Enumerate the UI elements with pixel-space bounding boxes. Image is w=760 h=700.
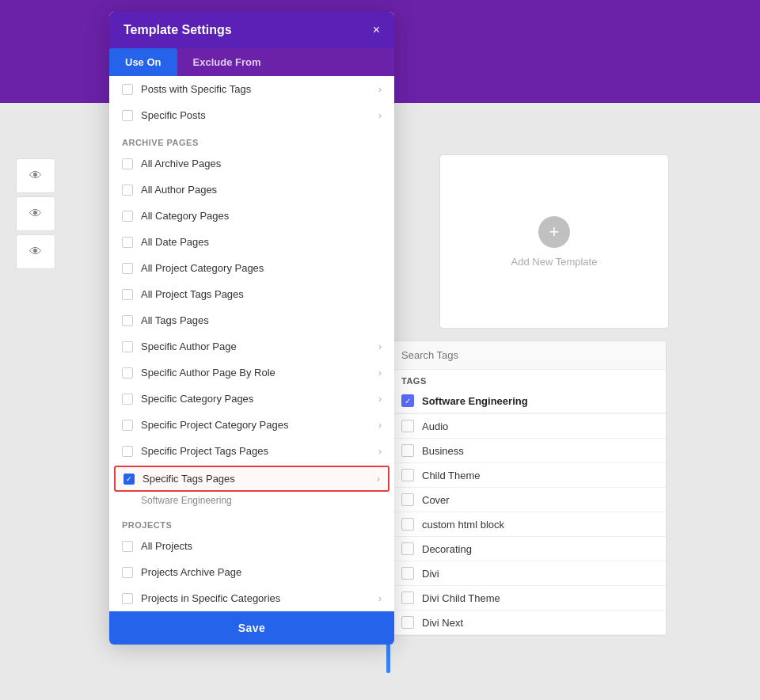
checkbox-specific-project-category[interactable] xyxy=(122,420,133,431)
checkbox-all-tags[interactable] xyxy=(122,315,133,326)
modal-item-all-tags[interactable]: All Tags Pages xyxy=(109,307,394,333)
tag-checkbox-divi[interactable] xyxy=(401,567,414,580)
tag-list-scroll[interactable]: Tags Software Engineering Audio Business… xyxy=(390,370,666,635)
sidebar-eye-btn-2[interactable]: 👁 xyxy=(16,196,55,231)
tag-item-custom-html-block[interactable]: custom html block xyxy=(390,512,666,537)
modal-item-specific-project-category[interactable]: Specific Project Category Pages › xyxy=(109,412,394,438)
label-all-project-tags: All Project Tags Pages xyxy=(141,288,382,300)
tag-checkbox-software-engineering[interactable] xyxy=(401,394,414,407)
add-template-button[interactable]: + xyxy=(538,216,570,248)
tag-item-cover[interactable]: Cover xyxy=(390,488,666,512)
label-all-archive: All Archive Pages xyxy=(141,158,382,169)
tag-label-cover: Cover xyxy=(422,494,450,506)
tag-label-divi-child-theme: Divi Child Theme xyxy=(422,592,500,604)
label-specific-posts: Specific Posts xyxy=(141,109,378,121)
template-settings-modal: Template Settings × Use On Exclude From … xyxy=(109,12,394,645)
label-specific-project-category: Specific Project Category Pages xyxy=(141,419,378,431)
add-template-label: Add New Template xyxy=(511,256,598,268)
tag-label-software-engineering: Software Engineering xyxy=(422,395,528,407)
tag-item-divi-child-theme[interactable]: Divi Child Theme xyxy=(390,586,666,611)
label-specific-tags-pages: Specific Tags Pages xyxy=(142,473,377,485)
tag-item-audio[interactable]: Audio xyxy=(390,414,666,439)
tag-checkbox-decorating[interactable] xyxy=(401,542,414,555)
tag-checkbox-audio[interactable] xyxy=(401,420,414,432)
label-all-author: All Author Pages xyxy=(141,184,382,196)
left-sidebar: 👁 👁 👁 xyxy=(16,158,55,272)
arrow-specific-author: › xyxy=(378,341,382,352)
sidebar-eye-btn-3[interactable]: 👁 xyxy=(16,234,55,269)
label-all-project-category: All Project Category Pages xyxy=(141,262,382,274)
arrow-specific-project-tags: › xyxy=(378,446,382,457)
checkbox-specific-author-role[interactable] xyxy=(122,367,133,379)
tag-label-decorating: Decorating xyxy=(422,543,472,555)
checkbox-all-archive[interactable] xyxy=(122,158,133,169)
checkbox-specific-project-tags[interactable] xyxy=(122,446,133,457)
modal-item-all-project-category[interactable]: All Project Category Pages xyxy=(109,255,394,281)
checkbox-posts-specific-tags[interactable] xyxy=(122,84,133,95)
archive-section-label: Archive Pages xyxy=(109,128,394,150)
tag-panel: Tags Software Engineering Audio Business… xyxy=(390,340,667,636)
specific-tags-sub-label: Software Engineering xyxy=(109,493,394,511)
sidebar-eye-btn-1[interactable]: 👁 xyxy=(16,158,55,193)
tag-checkbox-child-theme[interactable] xyxy=(401,469,414,481)
tag-checkbox-business[interactable] xyxy=(401,444,414,457)
label-specific-project-tags: Specific Project Tags Pages xyxy=(141,445,378,457)
tag-item-software-engineering[interactable]: Software Engineering xyxy=(390,389,666,413)
tag-checkbox-divi-next[interactable] xyxy=(401,616,414,629)
checkbox-all-author[interactable] xyxy=(122,185,133,196)
modal-item-specific-tags-pages[interactable]: Specific Tags Pages › xyxy=(114,466,390,492)
label-all-projects: All Projects xyxy=(141,540,382,552)
arrow-specific-tags-pages: › xyxy=(377,474,380,485)
arrow-projects-specific-categories: › xyxy=(378,593,382,604)
modal-item-all-category[interactable]: All Category Pages xyxy=(109,203,394,229)
modal-item-all-author[interactable]: All Author Pages xyxy=(109,177,394,203)
checkbox-all-project-category[interactable] xyxy=(122,263,133,274)
tag-label-divi: Divi xyxy=(422,568,439,580)
tag-item-divi-next[interactable]: Divi Next xyxy=(390,611,666,635)
checkbox-specific-author[interactable] xyxy=(122,341,133,352)
modal-item-specific-author-role[interactable]: Specific Author Page By Role › xyxy=(109,360,394,386)
checkbox-all-project-tags[interactable] xyxy=(122,289,133,300)
checkbox-all-date[interactable] xyxy=(122,237,133,248)
label-posts-specific-tags: Posts with Specific Tags xyxy=(141,83,378,95)
modal-item-posts-specific-tags[interactable]: Posts with Specific Tags › xyxy=(109,76,394,102)
tag-checkbox-divi-child-theme[interactable] xyxy=(401,592,414,604)
checkbox-projects-archive[interactable] xyxy=(122,567,133,578)
search-tags-input[interactable] xyxy=(390,341,666,370)
checkbox-specific-category[interactable] xyxy=(122,394,133,405)
tag-item-business[interactable]: Business xyxy=(390,439,666,463)
modal-close-button[interactable]: × xyxy=(373,24,380,36)
modal-item-specific-author[interactable]: Specific Author Page › xyxy=(109,333,394,360)
modal-item-projects-specific-categories[interactable]: Projects in Specific Categories › xyxy=(109,585,394,611)
arrow-specific-project-category: › xyxy=(378,420,382,431)
arrow-specific-author-role: › xyxy=(378,367,382,379)
modal-item-all-date[interactable]: All Date Pages xyxy=(109,229,394,255)
modal-item-all-project-tags[interactable]: All Project Tags Pages xyxy=(109,281,394,307)
save-button[interactable]: Save xyxy=(109,611,394,645)
modal-title: Template Settings xyxy=(124,23,232,37)
tag-item-decorating[interactable]: Decorating xyxy=(390,537,666,561)
modal-item-specific-project-tags[interactable]: Specific Project Tags Pages › xyxy=(109,438,394,464)
tag-label-custom-html-block: custom html block xyxy=(422,519,504,531)
checkbox-specific-tags-pages[interactable] xyxy=(124,474,135,485)
checkbox-specific-posts[interactable] xyxy=(122,110,133,121)
tag-checkbox-cover[interactable] xyxy=(401,493,414,506)
checkbox-projects-specific-categories[interactable] xyxy=(122,593,133,604)
modal-item-all-archive[interactable]: All Archive Pages xyxy=(109,150,394,177)
tab-use-on[interactable]: Use On xyxy=(109,48,177,76)
modal-item-all-projects[interactable]: All Projects xyxy=(109,533,394,559)
modal-item-projects-archive[interactable]: Projects Archive Page xyxy=(109,559,394,585)
checkbox-all-category[interactable] xyxy=(122,211,133,222)
tag-checkbox-custom-html-block[interactable] xyxy=(401,518,414,531)
modal-item-specific-posts[interactable]: Specific Posts › xyxy=(109,102,394,128)
label-all-category: All Category Pages xyxy=(141,210,382,222)
projects-section-label: Projects xyxy=(109,511,394,533)
checkbox-all-projects[interactable] xyxy=(122,541,133,552)
eye-icon-1: 👁 xyxy=(29,169,42,183)
plus-icon: + xyxy=(549,222,560,242)
tag-label-audio: Audio xyxy=(422,420,448,432)
tag-item-child-theme[interactable]: Child Theme xyxy=(390,463,666,488)
modal-item-specific-category[interactable]: Specific Category Pages › xyxy=(109,386,394,412)
tag-item-divi[interactable]: Divi xyxy=(390,561,666,586)
tab-exclude-from[interactable]: Exclude From xyxy=(177,48,277,76)
